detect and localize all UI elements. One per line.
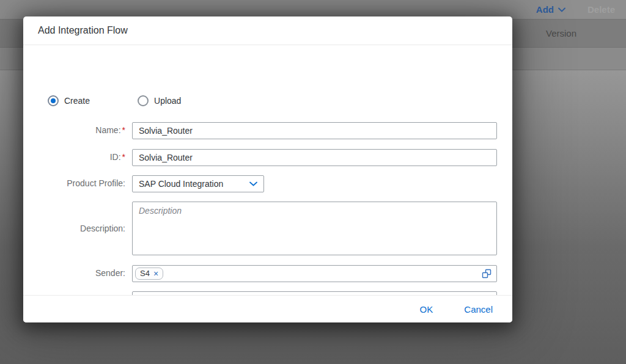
add-integration-flow-dialog: Add Integration Flow Create Upload Name:… xyxy=(23,16,512,322)
name-label: Name:* xyxy=(23,126,125,135)
version-column-header: Version xyxy=(546,20,576,47)
upload-radio-label: Upload xyxy=(154,96,181,106)
sender-token[interactable]: S4 × xyxy=(135,268,163,280)
delete-button[interactable]: Delete xyxy=(587,4,615,15)
sender-input[interactable]: S4 × xyxy=(132,265,497,282)
create-radio[interactable]: Create xyxy=(48,95,90,106)
product-profile-value: SAP Cloud Integration xyxy=(139,179,223,189)
token-remove-icon[interactable]: × xyxy=(153,269,158,278)
product-profile-select[interactable]: SAP Cloud Integration xyxy=(132,175,264,192)
create-radio-label: Create xyxy=(64,96,90,106)
ok-button[interactable]: OK xyxy=(415,304,438,315)
radio-selected-icon[interactable] xyxy=(48,95,59,106)
name-input[interactable] xyxy=(132,122,497,139)
mode-radio-row: Create Upload xyxy=(23,93,512,108)
description-row: Description: xyxy=(23,202,512,256)
dialog-footer: OK Cancel xyxy=(23,295,512,322)
chevron-down-icon xyxy=(558,7,565,12)
upload-radio[interactable]: Upload xyxy=(138,95,181,106)
id-input[interactable] xyxy=(132,149,497,166)
dialog-title: Add Integration Flow xyxy=(38,25,128,36)
product-profile-label: Product Profile: xyxy=(23,179,125,188)
chevron-down-icon xyxy=(249,181,257,186)
add-button-label: Add xyxy=(536,4,554,15)
description-textarea[interactable] xyxy=(132,202,497,255)
radio-unselected-icon[interactable] xyxy=(138,95,149,106)
id-label: ID:* xyxy=(23,153,125,162)
add-menu-button[interactable]: Add xyxy=(536,4,565,15)
dialog-body: Create Upload Name:* ID:* Product Profil… xyxy=(23,45,512,295)
product-profile-row: Product Profile: SAP Cloud Integration xyxy=(23,175,512,192)
sender-label: Sender: xyxy=(23,269,125,278)
value-help-icon[interactable] xyxy=(482,269,492,278)
required-marker: * xyxy=(122,125,125,135)
sender-row: Sender: S4 × xyxy=(23,265,512,282)
id-row: ID:* xyxy=(23,149,512,166)
cancel-button[interactable]: Cancel xyxy=(459,304,498,315)
name-row: Name:* xyxy=(23,122,512,139)
sender-token-label: S4 xyxy=(140,269,150,278)
dialog-header: Add Integration Flow xyxy=(23,16,512,45)
required-marker: * xyxy=(122,152,125,162)
description-label: Description: xyxy=(23,224,125,233)
